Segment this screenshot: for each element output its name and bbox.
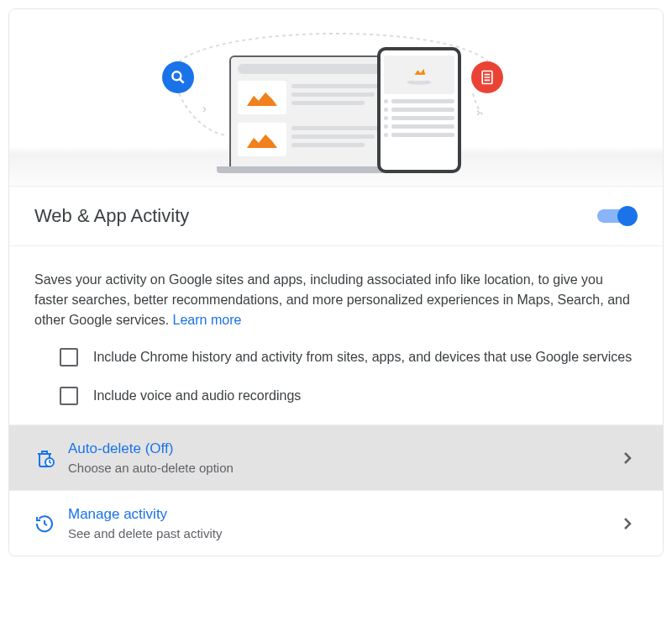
- activity-controls-card: › ›: [8, 8, 664, 556]
- chrome-history-option: Include Chrome history and activity from…: [60, 347, 638, 367]
- svg-point-0: [172, 71, 181, 80]
- hero-illustration: › ›: [9, 9, 663, 186]
- manage-activity-item[interactable]: Manage activity See and delete past acti…: [9, 490, 663, 556]
- learn-more-link[interactable]: Learn more: [173, 313, 242, 327]
- search-icon: [162, 61, 194, 93]
- chrome-history-checkbox[interactable]: [60, 348, 78, 366]
- manage-activity-subtitle: See and delete past activity: [68, 526, 604, 540]
- chevron-right-icon: [617, 448, 638, 468]
- chevron-right-icon: [617, 514, 638, 534]
- auto-delete-subtitle: Choose an auto-delete option: [68, 461, 604, 475]
- document-icon: [471, 61, 503, 93]
- auto-delete-content: Auto-delete (Off) Choose an auto-delete …: [68, 440, 604, 475]
- laptop-illustration: [229, 55, 397, 173]
- manage-activity-content: Manage activity See and delete past acti…: [68, 506, 604, 540]
- manage-activity-title: Manage activity: [68, 506, 604, 523]
- history-icon: [34, 514, 55, 534]
- tablet-illustration: [377, 47, 461, 173]
- sub-options-list: Include Chrome history and activity from…: [9, 347, 663, 424]
- page-title: Web & App Activity: [34, 205, 189, 227]
- auto-delete-icon: [34, 448, 55, 468]
- activity-toggle[interactable]: [597, 206, 638, 226]
- voice-audio-checkbox[interactable]: [60, 387, 78, 405]
- chrome-history-label: Include Chrome history and activity from…: [93, 347, 632, 367]
- voice-audio-label: Include voice and audio recordings: [93, 386, 301, 406]
- voice-audio-option: Include voice and audio recordings: [60, 386, 638, 406]
- description-body: Saves your activity on Google sites and …: [34, 272, 630, 327]
- svg-line-1: [181, 80, 184, 83]
- description-section: Saves your activity on Google sites and …: [9, 246, 663, 347]
- header-row: Web & App Activity: [9, 186, 663, 246]
- description-text: Saves your activity on Google sites and …: [34, 270, 638, 330]
- auto-delete-item[interactable]: Auto-delete (Off) Choose an auto-delete …: [9, 424, 663, 490]
- auto-delete-title: Auto-delete (Off): [68, 440, 604, 457]
